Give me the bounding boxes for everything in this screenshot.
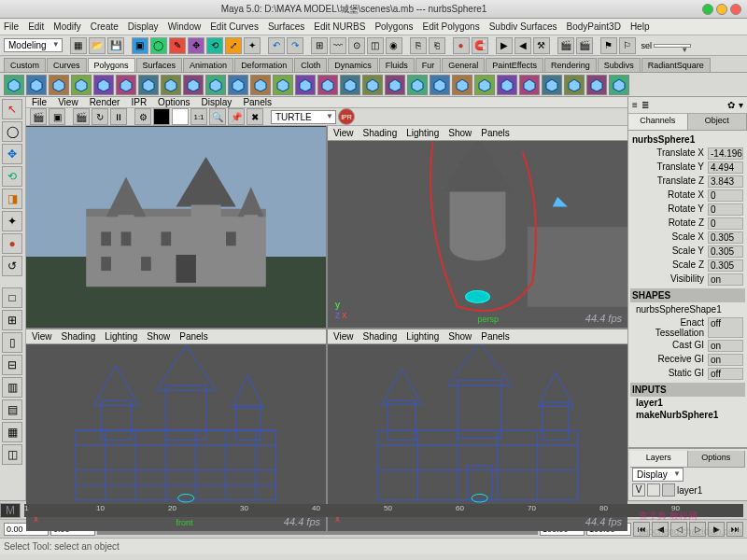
snap-grid-icon[interactable]: ⊞	[311, 37, 328, 54]
shelf-poly-1[interactable]	[26, 75, 47, 95]
file-open-icon[interactable]: 📂	[89, 37, 106, 54]
scale-11-icon[interactable]: 1:1	[190, 108, 207, 125]
menu-surfaces[interactable]: Surfaces	[268, 21, 304, 32]
select-tool-icon[interactable]: ↖	[2, 99, 22, 119]
snap-live-icon[interactable]: ◉	[386, 37, 402, 54]
menu-file[interactable]: File	[4, 21, 19, 32]
input-node[interactable]: layer1	[630, 397, 745, 409]
menu-window[interactable]: Window	[168, 21, 202, 32]
attr-value[interactable]: -14.196	[708, 147, 743, 160]
shelf-tab-rendering[interactable]: Rendering	[544, 58, 597, 72]
rotate-tool-icon[interactable]: ⟲	[2, 166, 22, 187]
render-icon[interactable]: ●	[453, 37, 470, 54]
rgb-icon[interactable]	[153, 108, 170, 125]
menu-create[interactable]: Create	[91, 21, 119, 32]
shelf-poly-26[interactable]	[586, 75, 607, 95]
vp-view[interactable]: View	[333, 128, 354, 138]
attr-value[interactable]: 4.494	[708, 161, 743, 174]
menu-bodypaint3d[interactable]: BodyPaint3D	[567, 21, 621, 32]
paint-icon[interactable]: ✎	[169, 37, 186, 54]
shelf-poly-20[interactable]	[452, 75, 472, 95]
attr-value[interactable]: 0.305	[708, 259, 743, 272]
snap-point-icon[interactable]: ⊙	[348, 37, 365, 54]
magnet-icon[interactable]: 🧲	[472, 37, 488, 54]
four-view-icon[interactable]: ⊞	[2, 310, 22, 330]
shelf-tab-painteffects[interactable]: PaintEffects	[486, 58, 543, 72]
scale-icon[interactable]: ⤢	[225, 37, 242, 54]
shelf-poly-25[interactable]	[564, 75, 585, 95]
shelf-poly-13[interactable]	[295, 75, 316, 95]
channel-icon[interactable]: ≡	[632, 100, 638, 110]
side-viewport[interactable]: ViewShadingLightingShowPanels yx 44.4 fp…	[328, 329, 627, 531]
remove-icon[interactable]: ✖	[247, 108, 263, 125]
vp-panels[interactable]: Panels	[179, 331, 208, 342]
input-icon[interactable]: ▶	[496, 37, 513, 54]
rpanel-panels[interactable]: Panels	[243, 97, 272, 107]
undo-icon[interactable]: ↶	[268, 37, 285, 54]
shelf-poly-16[interactable]	[362, 75, 383, 95]
two-stack-icon[interactable]: ⊟	[2, 355, 22, 375]
front-viewport[interactable]: ViewShadingLightingShowPanels yx f	[26, 329, 326, 531]
rotate-icon[interactable]: ⟲	[206, 37, 223, 54]
attr-value[interactable]: 0	[708, 203, 743, 216]
keep-icon[interactable]: 📌	[228, 108, 245, 125]
shelf-poly-2[interactable]	[49, 75, 69, 95]
history-icon[interactable]: ⎘	[410, 37, 427, 54]
shelf-tab-general[interactable]: General	[442, 58, 485, 72]
move-icon[interactable]: ✥	[188, 37, 204, 54]
shelf-poly-17[interactable]	[385, 75, 405, 95]
rpanel-display[interactable]: Display	[202, 97, 233, 107]
rpanel-file[interactable]: File	[32, 97, 47, 107]
shelf-poly-22[interactable]	[497, 75, 517, 95]
shelf-poly-27[interactable]	[609, 75, 629, 95]
shape-attr-value[interactable]: on	[708, 354, 743, 366]
tab-layers[interactable]: Layers	[630, 451, 688, 467]
shelf-tab-custom[interactable]: Custom	[4, 58, 46, 72]
shape-attr-value[interactable]: off	[708, 317, 743, 338]
snap-plane-icon[interactable]: ◫	[367, 37, 384, 54]
maximize-button[interactable]	[716, 4, 727, 15]
command-line[interactable]: Select Tool: select an object	[0, 538, 747, 554]
shelf-tab-subdivs[interactable]: Subdivs	[598, 58, 641, 72]
vp-show[interactable]: Show	[448, 128, 472, 138]
layer-name[interactable]: layer1	[677, 485, 702, 496]
render-globals-icon[interactable]: ⚙	[134, 108, 151, 125]
output-icon[interactable]: ◀	[514, 37, 531, 54]
renderer-dropdown[interactable]: TURTLE	[271, 110, 336, 124]
attr-value[interactable]: 0	[708, 189, 743, 202]
rpanel-ipr[interactable]: IPR	[131, 97, 147, 107]
shape-attr-value[interactable]: on	[708, 340, 743, 352]
layer-color-swatch[interactable]	[662, 483, 675, 497]
menu-edit[interactable]: Edit	[28, 21, 44, 32]
vp-show[interactable]: Show	[147, 331, 170, 342]
vp-shading[interactable]: Shading	[363, 128, 398, 138]
hyper-layout-icon[interactable]: ▦	[2, 422, 22, 442]
persp-layout-icon[interactable]: ▤	[2, 399, 22, 420]
minimize-button[interactable]	[702, 4, 713, 15]
soft-tool-icon[interactable]: ●	[2, 233, 22, 254]
channel-menu-icon[interactable]: ▾	[739, 100, 743, 110]
alpha-icon[interactable]	[172, 108, 189, 125]
lasso-icon[interactable]: ◯	[150, 37, 167, 54]
shelf-poly-11[interactable]	[250, 75, 271, 95]
outliner-layout-icon[interactable]: ▥	[2, 377, 22, 398]
input-node[interactable]: makeNurbSphere1	[630, 409, 745, 421]
two-side-icon[interactable]: ▯	[2, 332, 22, 353]
shelf-tab-dynamics[interactable]: Dynamics	[328, 58, 378, 72]
ipr-pause-icon[interactable]: ⏸	[110, 108, 127, 125]
ipr-button[interactable]: IPR	[338, 108, 355, 125]
shelf-poly-18[interactable]	[407, 75, 428, 95]
scale-tool-icon[interactable]: ◨	[2, 189, 22, 209]
shelf-poly-12[interactable]	[273, 75, 293, 95]
render-view[interactable]	[26, 126, 326, 328]
shelf-poly-0[interactable]	[4, 75, 24, 95]
shelf-poly-8[interactable]	[183, 75, 204, 95]
menu-polygons[interactable]: Polygons	[374, 21, 413, 32]
menu-edit-polygons[interactable]: Edit Polygons	[423, 21, 480, 32]
attr-value[interactable]: 0	[708, 217, 743, 230]
clapper2-icon[interactable]: 🎬	[576, 37, 593, 54]
vp-shading[interactable]: Shading	[62, 331, 96, 342]
menu-subdiv-surfaces[interactable]: Subdiv Surfaces	[489, 21, 557, 32]
manip-tool-icon[interactable]: ✦	[2, 211, 22, 231]
move-tool-icon[interactable]: ✥	[2, 144, 22, 164]
